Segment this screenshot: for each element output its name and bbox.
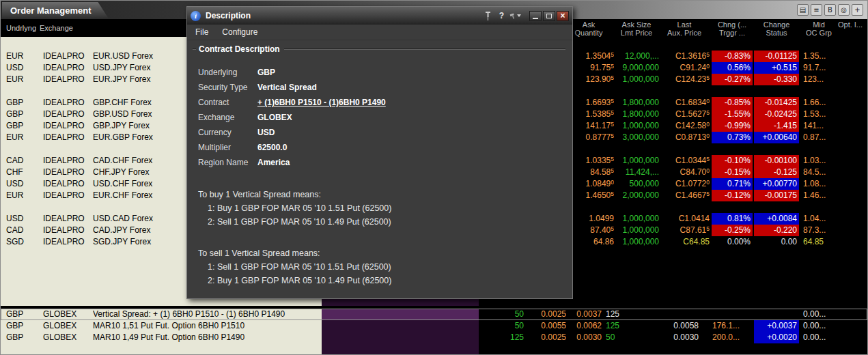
- last-cell: C1.07720: [659, 178, 710, 190]
- price-superscript: 0: [706, 179, 710, 186]
- field-value-exchange: GLOBEX: [257, 113, 292, 122]
- exchange-cell: IDEALPRO: [43, 190, 91, 201]
- last-cell: C84.700: [659, 167, 710, 178]
- underlying-cell: GBP: [6, 120, 40, 132]
- dialog-window-buttons: [528, 11, 569, 21]
- info-icon: i: [191, 11, 201, 21]
- change-pct-cell: -1.55%: [712, 109, 753, 120]
- underlying-cell: USD: [6, 213, 40, 225]
- last-cell: 0.0030: [656, 332, 699, 343]
- ask-size-cell: 1,000,000: [614, 213, 659, 225]
- spread-row[interactable]: GBPGLOBEXVertical Spread: + (1) 6BH0 P15…: [1, 309, 867, 320]
- ask-size-cell: 1,000,000: [614, 225, 659, 236]
- last-cell: C142.580: [659, 120, 710, 132]
- underlying-cell: EUR: [6, 51, 40, 62]
- groupbox-title: Contract Description: [199, 44, 280, 54]
- mid-cell: 1.08...: [803, 178, 835, 190]
- mid-cell: 123...: [803, 74, 835, 85]
- ask-size-cell: 50: [606, 332, 633, 343]
- dropdown-arrow-icon: [517, 14, 521, 17]
- change-cell: +0.0084: [754, 213, 799, 225]
- description-dialog: i Description ? File Configure Contr: [186, 6, 573, 299]
- mid-cell: 1.53...: [803, 109, 835, 120]
- exchange-cell: IDEALPRO: [43, 213, 91, 225]
- bid-price-cell: 0.0055: [528, 320, 566, 332]
- underlying-cell: EUR: [6, 74, 40, 85]
- field-row: Multiplier 62500.0: [198, 140, 565, 155]
- description-cell: MAR10 1,51 Put Fut. Option 6BH0 P1510: [93, 320, 320, 332]
- pin-icon[interactable]: [482, 10, 494, 21]
- sell-explanation-header: To sell 1 Vertical Spread means:: [198, 246, 565, 260]
- underlying-cell: USD: [6, 178, 40, 190]
- mid-cell: 84.5...: [803, 167, 835, 178]
- field-row: Currency USD: [198, 125, 565, 140]
- exchange-cell: IDEALPRO: [43, 167, 91, 178]
- ask-size-cell: 1,800,000: [614, 109, 659, 120]
- underlying-cell: CAD: [6, 225, 40, 236]
- ask-size-cell: 9,000,000: [614, 62, 659, 74]
- spread-row[interactable]: GBPGLOBEXMAR10 1,51 Put Fut. Option 6BH0…: [1, 320, 867, 332]
- ask-size-cell: 500,000: [614, 178, 659, 190]
- underlying-cell: GBP: [6, 320, 40, 332]
- mid-cell: 1.35...: [803, 51, 835, 62]
- change-pct-cell: -0.10%: [712, 155, 753, 167]
- menu-configure[interactable]: Configure: [222, 27, 257, 37]
- close-button[interactable]: [557, 11, 569, 21]
- field-value-multiplier: 62500.0: [257, 143, 287, 152]
- change-pct-cell: 0.73%: [712, 132, 753, 143]
- mid-cell: 0.00...: [803, 309, 835, 320]
- groupbox-border: [193, 48, 196, 50]
- bid-price-cell: 0.0025: [528, 332, 566, 343]
- change-pct-cell: -0.15%: [712, 167, 753, 178]
- contract-fields: Underlying GBP Security Type Vertical Sp…: [198, 65, 565, 170]
- change-cell: -0.01125: [754, 51, 799, 62]
- sell-explanation-line: 2: Buy 1 GBP FOP MAR 05 '10 1.49 Put (62…: [198, 274, 565, 287]
- ask-size-cell: 2,000,000: [614, 190, 659, 201]
- price-superscript: 5: [706, 109, 710, 116]
- tools-icon[interactable]: [509, 10, 521, 21]
- price-superscript: 0: [706, 63, 710, 70]
- change-cell: +0.0020: [754, 332, 799, 343]
- ask-size-cell: 1,000,000: [614, 155, 659, 167]
- change-cell: -0.330: [754, 74, 799, 85]
- maximize-button[interactable]: [543, 11, 555, 21]
- mid-cell: 141...: [803, 120, 835, 132]
- price-superscript: 0: [706, 132, 710, 139]
- change-cell: +0.00770: [754, 178, 799, 190]
- change-cell: +0.00640: [754, 132, 799, 143]
- last-cell: C1.0414: [659, 213, 710, 225]
- price-superscript: 5: [706, 225, 710, 232]
- change-pct-cell: -0.27%: [712, 74, 753, 85]
- minimize-button[interactable]: [529, 11, 542, 21]
- groupbox-header: Contract Description: [193, 44, 565, 54]
- field-label: Underlying: [198, 66, 257, 79]
- change-cell: +0.0037: [754, 320, 799, 332]
- ask-size-cell: 12,000,...: [614, 51, 659, 62]
- ask-price-cell: 0.0062: [570, 320, 602, 332]
- mid-cell: 1.04...: [803, 213, 835, 225]
- exchange-cell: GLOBEX: [43, 320, 91, 332]
- last-cell: C1.56275: [659, 109, 710, 120]
- field-value-security-type: Vertical Spread: [257, 83, 317, 92]
- bid-size-cell: 50: [480, 309, 524, 320]
- price-superscript: 5: [706, 156, 710, 162]
- field-value-contract-link[interactable]: + (1)6BH0 P1510 - (1)6BH0 P1490: [257, 98, 386, 107]
- change-pct-cell: 0.71%: [712, 178, 753, 190]
- change-cell: +0.515: [754, 62, 799, 74]
- dialog-title: Description: [206, 11, 480, 20]
- mid-cell: 0.87...: [803, 132, 835, 143]
- spread-row[interactable]: GBPGLOBEXMAR10 1,49 Put Fut. Option 6BH0…: [1, 332, 867, 343]
- order-management-window: Order Management ▤≡B◎+ Undrlyng Exchange…: [0, 0, 868, 355]
- price-superscript: 5: [706, 190, 710, 197]
- exchange-cell: IDEALPRO: [43, 155, 91, 167]
- underlying-cell: GBP: [6, 309, 40, 320]
- ask-price-cell: 0.0037: [570, 309, 602, 320]
- dialog-titlebar[interactable]: i Description ?: [187, 7, 572, 25]
- last-cell: C124.235: [659, 74, 710, 85]
- change-pct-cell: -0.85%: [712, 97, 753, 109]
- help-icon[interactable]: ?: [496, 10, 507, 21]
- menu-file[interactable]: File: [195, 27, 208, 37]
- sell-explanation-line: 1: Sell 1 GBP FOP MAR 05 '10 1.51 Put (6…: [198, 260, 565, 274]
- change-cell: 0.00: [754, 236, 799, 248]
- last-cell: C87.615: [659, 225, 710, 236]
